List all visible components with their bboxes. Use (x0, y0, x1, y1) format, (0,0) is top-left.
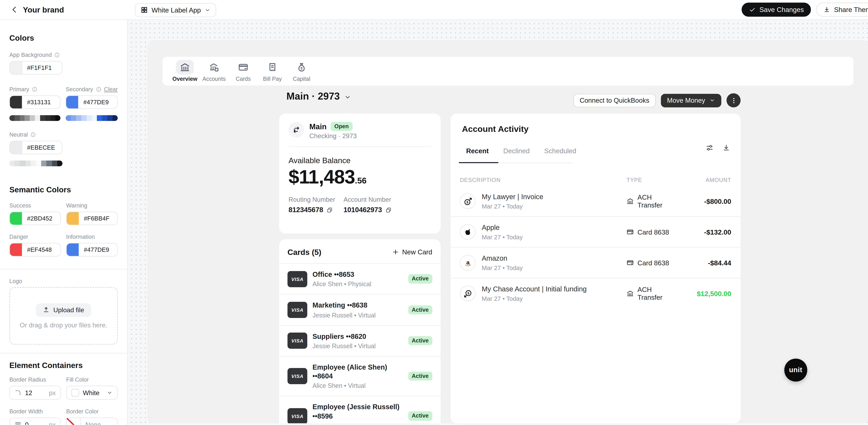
account-switcher[interactable]: Main · 2973 (286, 91, 351, 102)
shade-segment (92, 115, 97, 121)
filter-icon[interactable] (706, 144, 713, 152)
neutral-color-field: Neutral #EBECEE (9, 131, 62, 166)
preview-tab-accounts[interactable]: Accounts (199, 60, 229, 82)
preview-tab-overview[interactable]: Overview (170, 60, 199, 82)
shade-segment (57, 161, 62, 166)
account-number-label: Account Number (344, 196, 392, 203)
card-icon (626, 259, 634, 266)
card-list-item[interactable]: VISA Marketing ••8638Jessie Russell • Vi… (279, 294, 441, 325)
app-switcher-button[interactable]: White Label App (135, 3, 216, 17)
info-icon[interactable] (32, 86, 37, 92)
activity-tab-declined[interactable]: Declined (496, 145, 537, 157)
clear-secondary-link[interactable]: Clear (104, 86, 118, 92)
activity-row[interactable]: $ My Lawyer | InvoiceMar 27 • Today ACH … (451, 186, 741, 216)
account-number-value: 1010462973 (344, 206, 382, 214)
card-list-item[interactable]: VISA Employee (Alice Shen) ••8604Alice S… (279, 356, 441, 396)
activity-tab-recent[interactable]: Recent (459, 145, 496, 157)
info-icon[interactable] (30, 132, 36, 137)
border-width-icon (14, 421, 21, 425)
copy-icon[interactable] (327, 207, 333, 213)
activity-row[interactable]: a AmazonMar 27 • Today Card 8638 -$84.44 (451, 247, 741, 278)
border-color-label: Border Color (66, 408, 99, 415)
info-icon[interactable] (96, 86, 101, 92)
fill-color-select[interactable]: White (66, 386, 118, 400)
card-list-item[interactable]: VISA Employee (Jessie Russell) ••8596Jes… (279, 396, 441, 423)
new-card-button[interactable]: New Card (392, 248, 432, 256)
info-icon[interactable] (54, 52, 60, 58)
app-background-input[interactable]: #F1F1F1 (9, 61, 62, 75)
border-radius-input[interactable]: 12 px (9, 386, 61, 400)
save-changes-button[interactable]: Save Changes (742, 3, 811, 17)
divider (0, 353, 127, 353)
shade-segment (76, 115, 81, 121)
color-swatch (10, 141, 22, 154)
activity-type: Card 8638 (638, 228, 669, 236)
border-color-field: Border Color None (66, 408, 118, 425)
theme-sidebar: Colors App Background #F1F1F1 Primary #3… (0, 20, 128, 425)
secondary-color-input[interactable]: #477DE9 (66, 95, 118, 109)
activity-tab-scheduled[interactable]: Scheduled (537, 145, 584, 157)
success-color-input[interactable]: #2BD452 (9, 211, 61, 225)
shade-segment (14, 115, 20, 121)
app-background-field: App Background #F1F1F1 (9, 52, 118, 75)
preview-tab-capital[interactable]: $Capital (287, 60, 316, 82)
white-label-theme-editor: Your brand White Label App Save Changes … (0, 0, 868, 425)
secondary-label: Secondary (66, 86, 93, 92)
information-color-input[interactable]: #477DE9 (66, 243, 118, 256)
danger-color-input[interactable]: #EF4548 (9, 243, 61, 256)
visa-card-art: VISA (287, 368, 307, 384)
color-swatch (10, 212, 22, 225)
save-changes-label: Save Changes (760, 6, 804, 13)
primary-color-field: Primary #313131 (9, 86, 60, 121)
share-theme-label: Share Theme (834, 6, 868, 13)
fill-color-swatch (71, 389, 79, 397)
information-color-field: Information #477DE9 (66, 233, 118, 256)
border-width-label: Border Width (9, 408, 43, 415)
activity-row[interactable]: $ My Chase Account | Initial fundingMar … (451, 278, 741, 309)
activity-row[interactable]: AppleMar 27 • Today Card 8638 -$132.00 (451, 216, 741, 247)
warning-color-input[interactable]: #F6BB4F (66, 211, 118, 225)
tab-label: Bill Pay (263, 76, 282, 82)
activity-amount: $12,500.00 (684, 290, 731, 298)
unit-logo-button[interactable]: unit (784, 359, 807, 381)
chevron-left-icon (10, 6, 18, 13)
neutral-label: Neutral (9, 131, 28, 138)
card-status-badge: Active (408, 305, 432, 314)
neutral-shade-strip (9, 161, 62, 166)
move-money-button[interactable]: Move Money (661, 94, 721, 107)
border-width-input[interactable]: 0 px (9, 418, 61, 425)
card-meta: Jessie Russell • Virtual (312, 342, 401, 350)
logo-dropzone[interactable]: Upload file Or drag & drop your files he… (9, 287, 118, 344)
back-button[interactable] (9, 4, 19, 15)
shade-segment (50, 115, 55, 121)
primary-color-input[interactable]: #313131 (9, 95, 60, 109)
tab-label: Accounts (203, 76, 225, 82)
transfer-icon: $ (288, 122, 304, 138)
routing-number-block: Routing Number 812345678 (288, 196, 335, 214)
svg-text:a: a (466, 259, 469, 265)
more-options-button[interactable] (726, 93, 741, 107)
visa-logo: VISA (291, 276, 304, 282)
connect-quickbooks-button[interactable]: Connect to QuickBooks (574, 94, 655, 107)
preview-tab-bill-pay[interactable]: Bill Pay (258, 60, 287, 82)
chevron-down-icon (344, 94, 351, 101)
card-list-item[interactable]: VISA Suppliers ••8620Jessie Russell • Vi… (279, 325, 441, 356)
shade-segment (9, 161, 15, 166)
upload-file-button[interactable]: Upload file (36, 303, 91, 317)
plus-icon (392, 249, 399, 255)
neutral-color-input[interactable]: #EBECEE (9, 141, 62, 154)
copy-icon[interactable] (385, 207, 392, 213)
bank-icon (626, 290, 634, 297)
card-list-item[interactable]: VISA Office ••8653Alice Shen • Physical … (279, 264, 441, 294)
card-icon (626, 228, 634, 236)
tab-label: Cards (236, 76, 251, 82)
share-theme-button[interactable]: Share Theme (816, 3, 868, 17)
preview-tab-cards[interactable]: Cards (229, 60, 258, 82)
shade-segment (25, 115, 30, 121)
column-header-type: TYPE (626, 177, 678, 183)
export-icon[interactable] (722, 144, 730, 152)
border-color-input[interactable]: None (66, 418, 118, 425)
activity-amount: -$800.00 (684, 197, 731, 205)
activity-amount: -$132.00 (684, 228, 731, 236)
card-status-badge: Active (408, 412, 432, 421)
